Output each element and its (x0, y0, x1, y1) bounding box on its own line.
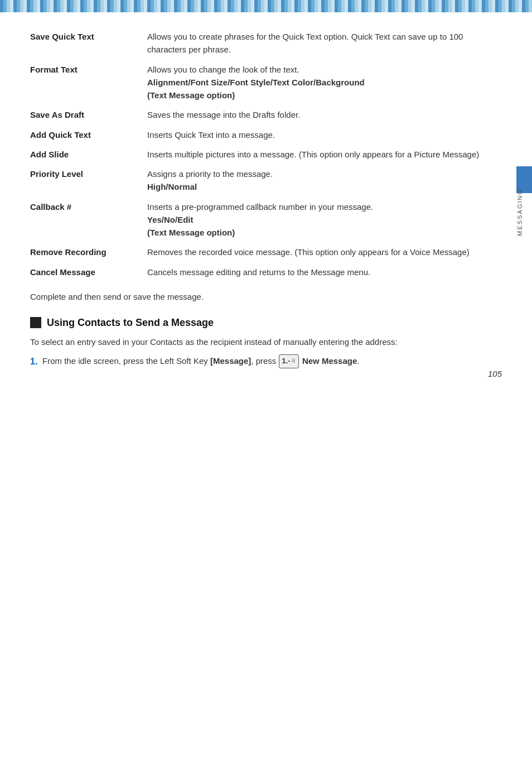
definition-row: Save Quick Text Allows you to create phr… (30, 27, 502, 60)
term-cell: Cancel Message (30, 262, 147, 282)
step-number-1: 1. (30, 354, 42, 369)
desc-cell: Inserts multiple pictures into a message… (147, 145, 502, 164)
definition-row: Save As Draft Saves the message into the… (30, 105, 502, 124)
new-message-key: 1.-⠿ (279, 354, 299, 368)
section-title: Using Contacts to Send a Message (47, 317, 214, 329)
desc-cell: Removes the recorded voice message. (Thi… (147, 242, 502, 262)
term-cell: Save As Draft (30, 105, 147, 124)
section-icon (30, 317, 41, 328)
section-heading: Using Contacts to Send a Message (30, 317, 502, 329)
term-cell: Remove Recording (30, 242, 147, 262)
term-cell: Callback # (30, 197, 147, 243)
definition-table: Save Quick Text Allows you to create phr… (30, 27, 502, 282)
top-bar (0, 0, 532, 12)
step-text-1: From the idle screen, press the Left Sof… (42, 354, 502, 368)
definition-row: Remove Recording Removes the recorded vo… (30, 242, 502, 262)
term-cell: Add Quick Text (30, 125, 147, 145)
main-content: Save Quick Text Allows you to create phr… (0, 21, 532, 388)
term-cell: Priority Level (30, 164, 147, 197)
page-number: 105 (488, 369, 502, 378)
definition-row: Add Slide Inserts multiple pictures into… (30, 145, 502, 164)
desc-cell: Inserts Quick Text into a message. (147, 125, 502, 145)
definition-row: Cancel Message Cancels message editing a… (30, 262, 502, 282)
desc-cell: Allows you to create phrases for the Qui… (147, 27, 502, 60)
sidebar-label: MESSAGING (516, 189, 532, 236)
step-1: 1. From the idle screen, press the Left … (30, 354, 502, 369)
definition-row: Callback # Inserts a pre-programmed call… (30, 197, 502, 243)
desc-cell: Inserts a pre-programmed callback number… (147, 197, 502, 243)
term-cell: Save Quick Text (30, 27, 147, 60)
definition-row: Add Quick Text Inserts Quick Text into a… (30, 125, 502, 145)
desc-cell: Cancels message editing and returns to t… (147, 262, 502, 282)
desc-cell: Saves the message into the Drafts folder… (147, 105, 502, 124)
complete-text: Complete and then send or save the messa… (30, 292, 502, 301)
desc-cell: Assigns a priority to the message.High/N… (147, 164, 502, 197)
section-intro: To select an entry saved in your Contact… (30, 335, 502, 349)
desc-cell: Allows you to change the look of the tex… (147, 60, 502, 105)
term-cell: Add Slide (30, 145, 147, 164)
step-list: 1. From the idle screen, press the Left … (30, 354, 502, 369)
term-cell: Format Text (30, 60, 147, 105)
definition-row: Priority Level Assigns a priority to the… (30, 164, 502, 197)
definition-row: Format Text Allows you to change the loo… (30, 60, 502, 105)
